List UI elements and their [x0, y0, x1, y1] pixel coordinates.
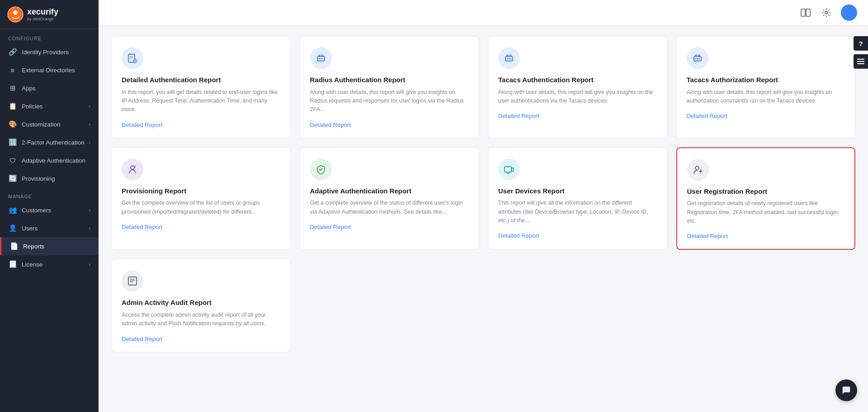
provisioning-report-icon — [122, 159, 143, 180]
admin-activity-icon — [122, 270, 143, 292]
card-desc: Access the complete admin activity audit… — [122, 311, 280, 328]
card-tacacs-authz[interactable]: Tacacs Authorization Report Along with u… — [676, 36, 856, 138]
sidebar-item-users[interactable]: 👤 Users › — [0, 219, 99, 237]
sidebar-item-license[interactable]: 📃 License › — [0, 255, 99, 273]
card-title: User Devices Report — [498, 187, 657, 196]
sidebar-item-label: Identity Providers — [22, 49, 90, 56]
svg-point-24 — [510, 58, 512, 60]
chevron-right-icon: › — [89, 207, 90, 213]
external-directories-icon: ≡ — [8, 66, 17, 75]
detailed-report-link-8[interactable]: Detailed Report — [122, 336, 162, 342]
card-desc: This report will give all the informatio… — [498, 199, 657, 225]
card-title: Tacacs Authorization Report — [687, 75, 845, 84]
card-adaptive-auth-report[interactable]: Adaptive Authentication Report Get a com… — [300, 147, 479, 250]
svg-point-17 — [322, 58, 323, 60]
user-avatar[interactable] — [841, 5, 857, 21]
detailed-report-link-5[interactable]: Detailed Report — [310, 224, 351, 230]
sidebar-item-policies[interactable]: 📋 Policies › — [0, 97, 99, 115]
card-user-devices[interactable]: User Devices Report This report will giv… — [488, 147, 667, 250]
provisioning-icon: 🔄 — [8, 174, 17, 183]
chat-bubble-button[interactable] — [835, 379, 857, 401]
card-desc: Along with user details, this report wil… — [310, 88, 469, 114]
sidebar-item-reports[interactable]: 📄 Reports — [0, 237, 99, 255]
detailed-report-link-6[interactable]: Detailed Report — [498, 232, 539, 239]
svg-rect-3 — [806, 9, 810, 16]
sidebar-item-apps[interactable]: ⊞ Apps — [0, 79, 99, 97]
svg-point-31 — [698, 58, 700, 60]
svg-point-1 — [13, 10, 18, 15]
svg-point-23 — [509, 58, 510, 60]
sidebar-item-label: Users — [22, 225, 89, 232]
tacacs-auth-icon — [498, 47, 520, 69]
detailed-report-link-7[interactable]: Detailed Report — [687, 233, 728, 239]
2fa-icon: 🔢 — [8, 138, 17, 147]
brand-logo-icon — [7, 6, 24, 23]
card-admin-activity[interactable]: Admin Activity Audit Report Access the c… — [111, 259, 291, 352]
user-registration-icon — [687, 159, 709, 181]
card-title: Radius Authentication Report — [310, 75, 469, 84]
card-tacacs-auth[interactable]: Tacacs Authentication Report Along with … — [488, 36, 667, 138]
sidebar-item-label: Provisioning — [22, 175, 90, 182]
main-area: Detailed Authentication Report In this r… — [99, 0, 868, 412]
sidebar-item-label: Policies — [22, 103, 89, 110]
chevron-right-icon: › — [89, 103, 90, 109]
sidebar-item-label: Customization — [22, 121, 89, 128]
chevron-right-icon: › — [89, 122, 90, 127]
cards-row-2: Provisioning Report Get the complete ove… — [111, 147, 855, 250]
svg-point-16 — [320, 58, 321, 60]
card-title: Tacacs Authentication Report — [498, 75, 657, 84]
card-title: Adaptive Authentication Report — [310, 187, 469, 196]
user-devices-icon — [498, 159, 520, 180]
settings-icon[interactable] — [820, 6, 833, 19]
book-icon[interactable] — [799, 6, 812, 19]
svg-point-30 — [697, 58, 698, 60]
sidebar-item-label: Apps — [22, 85, 90, 92]
svg-point-4 — [825, 11, 828, 14]
customization-icon: 🎨 — [8, 120, 17, 129]
adaptive-auth-report-icon — [310, 159, 332, 180]
detailed-report-link-1[interactable]: Detailed Report — [310, 122, 351, 128]
svg-point-29 — [695, 58, 696, 60]
detailed-report-link-2[interactable]: Detailed Report — [498, 112, 539, 119]
manage-section-label: Manage — [0, 187, 99, 201]
svg-rect-2 — [801, 9, 805, 16]
radius-auth-icon — [310, 47, 332, 69]
card-title: Detailed Authentication Report — [122, 75, 280, 84]
identity-providers-icon: 🔗 — [8, 47, 17, 56]
sidebar-item-customization[interactable]: 🎨 Customization › — [0, 115, 99, 133]
svg-point-22 — [507, 58, 508, 60]
sidebar-item-label: Adaptive Authentication — [22, 157, 90, 164]
topbar — [99, 0, 868, 25]
cards-row-1: Detailed Authentication Report In this r… — [111, 36, 855, 138]
brand-name: xecurify by miniOrange — [27, 8, 58, 21]
sidebar-item-external-directories[interactable]: ≡ External Directories — [0, 61, 99, 79]
detailed-auth-icon — [122, 47, 143, 69]
chevron-right-icon: › — [89, 225, 90, 231]
sidebar-item-label: License — [22, 261, 89, 268]
svg-point-15 — [318, 58, 320, 60]
sidebar-item-label: 2-Factor Authentication — [22, 139, 89, 146]
card-radius-auth[interactable]: Radius Authentication Report Along with … — [300, 36, 479, 138]
help-button[interactable]: ? — [854, 36, 868, 51]
content-area: Detailed Authentication Report In this r… — [99, 25, 868, 412]
card-title: Admin Activity Audit Report — [122, 298, 280, 307]
menu-button[interactable] — [854, 54, 868, 69]
policies-icon: 📋 — [8, 102, 17, 111]
sidebar-item-provisioning[interactable]: 🔄 Provisioning — [0, 169, 99, 187]
customers-icon: 👥 — [8, 206, 17, 215]
card-user-registration[interactable]: User Registration Report Get registratio… — [676, 147, 856, 250]
detailed-report-link-0[interactable]: Detailed Report — [122, 122, 162, 128]
card-provisioning[interactable]: Provisioning Report Get the complete ove… — [111, 147, 291, 250]
apps-icon: ⊞ — [8, 84, 17, 93]
configure-section-label: Configure — [0, 29, 99, 43]
svg-point-36 — [695, 166, 699, 170]
sidebar-item-adaptive-auth[interactable]: 🛡 Adaptive Authentication — [0, 151, 99, 169]
sidebar-item-identity-providers[interactable]: 🔗 Identity Providers — [0, 43, 99, 61]
detailed-report-link-3[interactable]: Detailed Report — [687, 112, 727, 119]
detailed-report-link-4[interactable]: Detailed Report — [122, 224, 162, 230]
card-detailed-auth[interactable]: Detailed Authentication Report In this r… — [111, 36, 291, 138]
sidebar-item-customers[interactable]: 👥 Customers › — [0, 201, 99, 219]
logo-area: xecurify by miniOrange — [0, 0, 99, 29]
sidebar-item-2fa[interactable]: 🔢 2-Factor Authentication › — [0, 133, 99, 151]
svg-rect-32 — [505, 167, 512, 172]
